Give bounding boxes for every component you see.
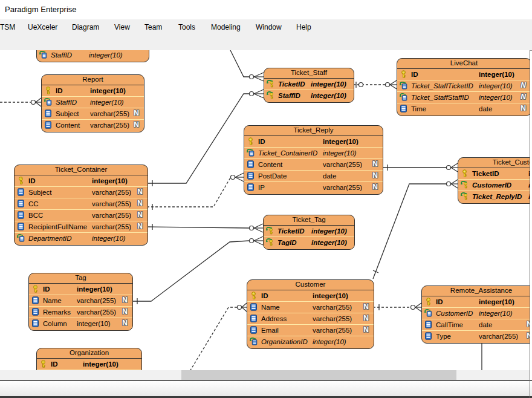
column-row-OrganizationID[interactable]: OrganizationIDinteger(10) bbox=[247, 336, 374, 347]
column-row-Address[interactable]: Addressvarchar(255)N bbox=[247, 313, 374, 324]
column-row-ID[interactable]: IDinteger(10) bbox=[29, 284, 132, 295]
connector-customer-remoteassistance[interactable] bbox=[373, 303, 421, 312]
menu-diagram[interactable]: Diagram bbox=[72, 23, 99, 31]
column-row-Remarks[interactable]: Remarksvarchar(255)N bbox=[29, 306, 132, 318]
connector-organization-customer[interactable] bbox=[190, 303, 247, 370]
connector-customer-ticketcustomer[interactable] bbox=[373, 180, 458, 279]
column-row-Time[interactable]: TimedateN bbox=[397, 103, 530, 114]
column-type: integer(10) bbox=[479, 69, 514, 80]
column-row-RecipientFullName[interactable]: RecipientFullNamevarchar(255)N bbox=[15, 221, 148, 232]
nullable-badge: N bbox=[363, 325, 369, 334]
column-row-Subject[interactable]: Subjectvarchar(255)N bbox=[15, 186, 148, 198]
nullable-badge: N bbox=[134, 109, 139, 117]
column-row-ID[interactable]: IDinteger(10) bbox=[42, 85, 144, 96]
connector-tag-tickettag[interactable] bbox=[132, 237, 263, 304]
entity-tag[interactable]: TagIDinteger(10)Namevarchar(255)NRemarks… bbox=[28, 273, 133, 331]
entity-customer[interactable]: CustomerIDinteger(10)Namevarchar(255)NAd… bbox=[247, 279, 374, 349]
column-row-Type[interactable]: Typevarchar(255)N bbox=[422, 330, 530, 342]
column-row-Ticket_StaffStaffID[interactable]: Ticket_StaffStaffIDinteger(10)N bbox=[397, 91, 530, 103]
column-row-TagID[interactable]: TagIDinteger(10) bbox=[264, 237, 354, 248]
column-row-StaffID[interactable]: StaffIDinteger(10) bbox=[42, 96, 144, 108]
column-row-Ticket_StaffTicketID[interactable]: Ticket_StaffTicketIDinteger(10)N bbox=[397, 80, 530, 91]
column-name: TicketID bbox=[278, 80, 305, 88]
connector-ticketstaff-livechat[interactable] bbox=[353, 80, 397, 89]
column-row-Ticket_ContainerID[interactable]: Ticket_ContainerIDinteger(10) bbox=[244, 147, 383, 158]
column-row-Content[interactable]: Contentvarchar(255)N bbox=[42, 119, 144, 131]
entity-report[interactable]: ReportIDinteger(10)StaffIDinteger(10)Sub… bbox=[41, 74, 144, 132]
entity-ticket-reply[interactable]: Ticket_ReplyIDinteger(10)Ticket_Containe… bbox=[244, 125, 383, 195]
column-icon bbox=[247, 160, 255, 168]
entity-livechat[interactable]: LiveChatIDinteger(10)Ticket_StaffTicketI… bbox=[397, 58, 530, 116]
column-row-Name[interactable]: Namevarchar(255)N bbox=[247, 301, 374, 313]
column-type: varchar(255) bbox=[90, 108, 129, 119]
column-row-BCC[interactable]: BCCvarchar(255)N bbox=[15, 209, 148, 221]
column-row-TicketID[interactable]: TicketIDinteger(10) bbox=[264, 79, 354, 90]
entity-ticket-customer[interactable]: Ticket_CustomerTicketIDinteger(10)Custom… bbox=[458, 157, 530, 204]
menu-tools[interactable]: Tools bbox=[178, 23, 195, 31]
menu-modeling[interactable]: Modeling bbox=[211, 23, 241, 31]
foreign-key-icon bbox=[400, 82, 407, 90]
column-row-Ticket_ReplyID[interactable]: Ticket_ReplyIDinteger(10) bbox=[458, 191, 530, 202]
column-row-Content[interactable]: Contentvarchar(255)N bbox=[244, 158, 383, 170]
menu-view[interactable]: View bbox=[114, 23, 130, 31]
nullable-badge: N bbox=[363, 314, 369, 322]
column-row-StaffID[interactable]: StaffIDinteger(10) bbox=[264, 90, 354, 101]
menu-tsm[interactable]: TSM bbox=[0, 23, 15, 31]
foreign-key-icon bbox=[39, 51, 47, 59]
column-row-ID[interactable]: IDinteger(10) bbox=[397, 69, 530, 80]
connector-ticketcontainer-tickettag[interactable] bbox=[147, 224, 263, 232]
entity-organization[interactable]: OrganizationIDinteger(10) bbox=[36, 348, 142, 370]
column-icon bbox=[31, 319, 39, 327]
column-row-CallTime[interactable]: CallTimedateN bbox=[422, 319, 530, 330]
column-row-ID[interactable]: IDinteger(10) bbox=[37, 359, 141, 370]
menu-team[interactable]: Team bbox=[144, 23, 162, 31]
column-row-ID[interactable]: IDinteger(10) bbox=[15, 175, 148, 186]
column-row-PostDate[interactable]: PostDatedateN bbox=[244, 170, 383, 181]
column-name: ID bbox=[411, 71, 418, 78]
connector-staff-report[interactable] bbox=[0, 98, 41, 106]
connector-ticketreply-ticketcustomer[interactable] bbox=[382, 163, 458, 172]
column-row-partial[interactable] bbox=[37, 370, 141, 371]
column-row-ID[interactable]: IDinteger(10) bbox=[422, 296, 530, 307]
horizontal-scrollbar[interactable] bbox=[0, 370, 530, 380]
column-row-Name[interactable]: Namevarchar(255)N bbox=[29, 295, 132, 306]
column-row-IP[interactable]: IPvarchar(255)N bbox=[244, 181, 383, 193]
menu-help[interactable]: Help bbox=[296, 23, 311, 31]
connector-ticketcontainer-ticketreply[interactable] bbox=[147, 173, 244, 210]
foreign-key-icon bbox=[17, 234, 25, 242]
column-row-CustomerID[interactable]: CustomerIDinteger(10) bbox=[458, 179, 530, 191]
entity-ticket-container[interactable]: Ticket_ContainerIDinteger(10)Subjectvarc… bbox=[14, 165, 148, 246]
column-row-CustomerID[interactable]: CustomerIDinteger(10) bbox=[422, 307, 530, 319]
menu-window[interactable]: Window bbox=[256, 23, 282, 31]
column-type: integer(10) bbox=[83, 359, 118, 370]
column-row-DepartmentID[interactable]: DepartmentIDinteger(10) bbox=[15, 232, 148, 244]
entity-ticket-tag[interactable]: Ticket_TagTicketIDinteger(10)TagIDintege… bbox=[263, 215, 355, 250]
column-row-StaffID[interactable]: StaffIDinteger(10) bbox=[37, 50, 149, 60]
column-row-ID[interactable]: IDinteger(10) bbox=[247, 290, 374, 301]
column-row-TicketID[interactable]: TicketIDinteger(10) bbox=[458, 168, 530, 179]
column-name: Address bbox=[261, 315, 287, 322]
column-name: ID bbox=[56, 87, 63, 94]
column-type: varchar(255) bbox=[90, 120, 129, 131]
entity-remote-assistance[interactable]: Remote_AssistanceIDinteger(10)CustomerID… bbox=[421, 285, 530, 344]
column-type: date bbox=[323, 171, 336, 181]
entity-staff-partial[interactable]: StaffIDinteger(10) bbox=[36, 50, 149, 62]
scrollbar-thumb[interactable] bbox=[181, 370, 456, 380]
foreign-key-icon bbox=[247, 149, 255, 157]
column-row-CC[interactable]: CCvarchar(255)N bbox=[15, 198, 148, 209]
column-row-TicketID[interactable]: TicketIDinteger(10) bbox=[264, 226, 354, 237]
column-row-Email[interactable]: Emailvarchar(255)N bbox=[247, 324, 374, 336]
entity-title-tag: Tag bbox=[29, 273, 132, 284]
connector-top-ticketstaff[interactable] bbox=[230, 50, 264, 81]
primary-key-icon bbox=[400, 70, 407, 78]
column-row-Subject[interactable]: Subjectvarchar(255)N bbox=[42, 108, 144, 119]
primary-key-icon bbox=[424, 298, 432, 305]
column-row-ID[interactable]: IDinteger(10) bbox=[244, 136, 383, 147]
column-row-Column[interactable]: Columninteger(10)N bbox=[29, 318, 132, 329]
entity-title-ticket-customer: Ticket_Customer bbox=[458, 158, 530, 168]
entity-ticket-staff[interactable]: Ticket_StaffTicketIDinteger(10)StaffIDin… bbox=[264, 68, 354, 103]
menu-uexceler[interactable]: UeXceler bbox=[28, 23, 57, 31]
entity-title-report: Report bbox=[42, 75, 144, 85]
entity-title-organization: Organization bbox=[37, 348, 141, 359]
column-type: integer(10) bbox=[323, 136, 358, 147]
